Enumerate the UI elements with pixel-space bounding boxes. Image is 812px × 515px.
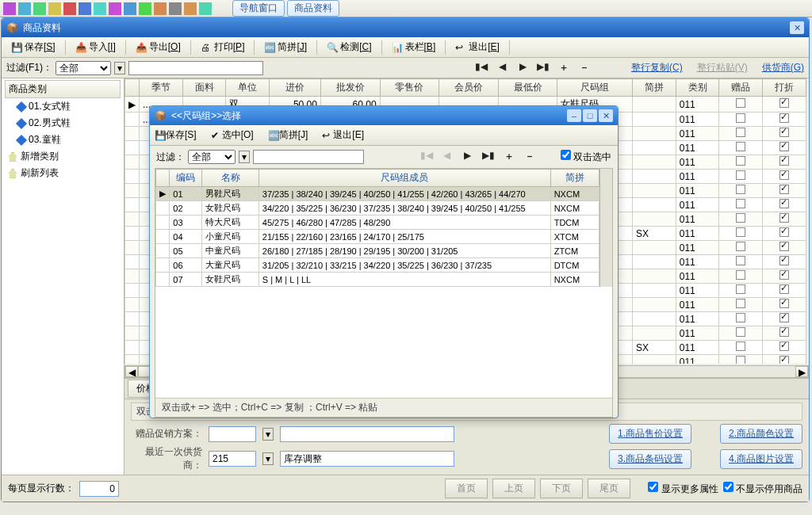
page-prev[interactable]: 上页 bbox=[492, 479, 535, 498]
nav-next[interactable]: ▶ bbox=[514, 61, 531, 75]
nav-last[interactable]: ▶▮ bbox=[534, 61, 552, 75]
dialog-filter-input[interactable] bbox=[253, 150, 364, 164]
tool-icon[interactable] bbox=[33, 2, 46, 15]
toolbar-icon: 🔍 bbox=[327, 42, 338, 53]
filter-input[interactable] bbox=[128, 61, 263, 75]
tool-icon[interactable] bbox=[3, 2, 16, 15]
tool-icon[interactable] bbox=[169, 2, 182, 15]
dialog-row[interactable]: 04小童尺码21/155 | 22/160 | 23/165 | 24/170 … bbox=[156, 230, 599, 244]
dlg-nav-next[interactable]: ▶ bbox=[459, 150, 477, 164]
nav-first[interactable]: ▮◀ bbox=[473, 61, 490, 75]
price-setting-button[interactable]: 1.商品售价设置 bbox=[609, 424, 691, 444]
image-setting-button[interactable]: 4.商品图片设置 bbox=[720, 449, 802, 469]
toolbar-保存[interactable]: 💾保存[S] bbox=[6, 39, 60, 55]
promo-dropdown-icon[interactable]: ▾ bbox=[262, 428, 274, 441]
dlg-toolbar-btn[interactable]: ✔选中[O] bbox=[211, 128, 254, 142]
dialog-titlebar[interactable]: 📦 <<尺码组>>选择 – □ ✕ bbox=[150, 106, 618, 125]
filter-dropdown-icon[interactable]: ▾ bbox=[114, 62, 125, 74]
toolbar-导入[interactable]: 📥导入[I] bbox=[71, 39, 121, 55]
dialog-filter-dropdown-icon[interactable]: ▾ bbox=[239, 151, 250, 163]
tab-nav-window[interactable]: 导航窗口 bbox=[232, 0, 285, 17]
toolbar-检测[interactable]: 🔍检测[C] bbox=[322, 39, 376, 55]
nav-remove[interactable]: － bbox=[576, 61, 593, 75]
hide-stopped-checkbox[interactable]: 不显示停用商品 bbox=[723, 482, 802, 496]
supplier-name-input[interactable] bbox=[280, 451, 454, 467]
dialog-row[interactable]: 06大童尺码31/205 | 32/210 | 33/215 | 34/220 … bbox=[156, 258, 599, 273]
dialog-row[interactable]: 07女鞋尺码S | M | L | LLNXCM bbox=[156, 273, 599, 287]
tool-icon[interactable] bbox=[18, 2, 31, 15]
supplier-button[interactable]: 供货商(G) bbox=[762, 61, 804, 74]
supplier-code-input[interactable] bbox=[209, 451, 256, 467]
dialog-row[interactable]: 02女鞋尺码34/220 | 35/225 | 36/230 | 37/235 … bbox=[156, 201, 599, 216]
dbl-click-checkbox[interactable]: 双击选中 bbox=[561, 150, 611, 164]
dlg-toolbar-btn[interactable]: 🔤简拼[J] bbox=[268, 128, 308, 142]
paste-row-button[interactable]: 整行粘贴(V) bbox=[697, 61, 748, 74]
dlg-nav-remove[interactable]: － bbox=[521, 150, 538, 164]
dialog-row[interactable]: 03特大尺码45/275 | 46/280 | 47/285 | 48/290T… bbox=[156, 216, 599, 230]
dialog-toolbar: 💾保存[S]✔选中[O]🔤简拼[J]↩退出[E] bbox=[150, 125, 618, 146]
toolbar-icon: 🖨 bbox=[201, 42, 212, 53]
toolbar-icon: 📊 bbox=[392, 42, 403, 53]
promo-name-input[interactable] bbox=[280, 426, 454, 442]
dlg-toolbar-btn[interactable]: ↩退出[E] bbox=[322, 128, 364, 142]
tool-icon[interactable] bbox=[63, 2, 76, 15]
tree-action[interactable]: 刷新列表 bbox=[5, 165, 121, 181]
tab-product-info[interactable]: 商品资料 bbox=[287, 0, 339, 17]
nav-prev[interactable]: ◀ bbox=[493, 61, 511, 75]
rows-input[interactable] bbox=[79, 481, 119, 497]
dialog-max-button[interactable]: □ bbox=[583, 109, 597, 122]
diamond-icon bbox=[16, 101, 27, 112]
window-title: 商品资料 bbox=[23, 21, 61, 35]
tree-action[interactable]: 新增类别 bbox=[5, 148, 121, 165]
dlg-nav-first[interactable]: ▮◀ bbox=[418, 150, 435, 164]
dialog-min-button[interactable]: – bbox=[567, 109, 581, 122]
copy-row-button[interactable]: 整行复制(C) bbox=[631, 61, 683, 74]
toolbar-导出[interactable]: 📤导出[O] bbox=[131, 39, 186, 55]
size-group-dialog: 📦 <<尺码组>>选择 – □ ✕ 💾保存[S]✔选中[O]🔤简拼[J]↩退出[… bbox=[149, 105, 619, 418]
toolbar-简拼[interactable]: 🔤简拼[J] bbox=[259, 39, 312, 55]
dialog-row[interactable]: ▶01男鞋尺码37/235 | 38/240 | 39/245 | 40/250… bbox=[156, 187, 599, 201]
close-button[interactable]: ✕ bbox=[790, 21, 804, 34]
dlg-nav-prev[interactable]: ◀ bbox=[439, 150, 456, 164]
tree-item[interactable]: 02.男式鞋 bbox=[5, 115, 121, 132]
barcode-setting-button[interactable]: 3.商品条码设置 bbox=[609, 449, 691, 469]
toolbar-打印[interactable]: 🖨打印[P] bbox=[196, 39, 250, 55]
show-more-checkbox[interactable]: 显示更多属性 bbox=[648, 482, 718, 496]
diamond-icon bbox=[16, 117, 27, 128]
house-icon bbox=[8, 169, 17, 178]
tool-icon[interactable] bbox=[94, 2, 106, 15]
dialog-close-button[interactable]: ✕ bbox=[599, 109, 613, 122]
tool-icon[interactable] bbox=[139, 2, 151, 15]
scroll-left-icon[interactable]: ◀ bbox=[125, 366, 138, 377]
pager: 每页显示行数： 首页 上页 下页 尾页 显示更多属性 不显示停用商品 bbox=[2, 475, 809, 502]
tool-icon[interactable] bbox=[199, 2, 212, 15]
filter-select[interactable]: 全部 bbox=[56, 61, 111, 75]
dlg-nav-last[interactable]: ▶▮ bbox=[480, 150, 497, 164]
dialog-filter-select[interactable]: 全部 bbox=[188, 150, 236, 164]
dialog-grid[interactable]: 编码名称尺码组成员简拼▶01男鞋尺码37/235 | 38/240 | 39/2… bbox=[155, 168, 613, 418]
toolbar-退出[interactable]: ↩退出[E] bbox=[450, 39, 504, 55]
page-next[interactable]: 下页 bbox=[540, 479, 583, 498]
dialog-title: <<尺码组>>选择 bbox=[171, 109, 241, 123]
page-last[interactable]: 尾页 bbox=[588, 479, 630, 498]
tool-icon[interactable] bbox=[79, 2, 91, 15]
tool-icon[interactable] bbox=[109, 2, 121, 15]
supplier-dropdown-icon[interactable]: ▾ bbox=[262, 452, 274, 465]
scroll-right-icon[interactable]: ▶ bbox=[795, 366, 808, 377]
nav-add[interactable]: ＋ bbox=[555, 61, 573, 75]
tool-icon[interactable] bbox=[48, 2, 61, 15]
dialog-v-scrollbar[interactable] bbox=[599, 169, 612, 287]
tool-icon[interactable] bbox=[154, 2, 167, 15]
promo-code-input[interactable] bbox=[209, 426, 256, 442]
dlg-nav-add[interactable]: ＋ bbox=[500, 150, 518, 164]
tree-item[interactable]: 03.童鞋 bbox=[5, 132, 121, 148]
page-first[interactable]: 首页 bbox=[445, 479, 488, 498]
color-setting-button[interactable]: 2.商品颜色设置 bbox=[720, 424, 802, 444]
app-icon: 📦 bbox=[6, 22, 18, 33]
dlg-toolbar-btn[interactable]: 💾保存[S] bbox=[155, 128, 197, 142]
tool-icon[interactable] bbox=[124, 2, 136, 15]
toolbar-表栏[interactable]: 📊表栏[B] bbox=[387, 39, 441, 55]
dialog-row[interactable]: 05中童尺码26/180 | 27/185 | 28/190 | 29/195 … bbox=[156, 244, 599, 258]
tool-icon[interactable] bbox=[184, 2, 197, 15]
tree-item[interactable]: 01.女式鞋 bbox=[5, 98, 121, 115]
